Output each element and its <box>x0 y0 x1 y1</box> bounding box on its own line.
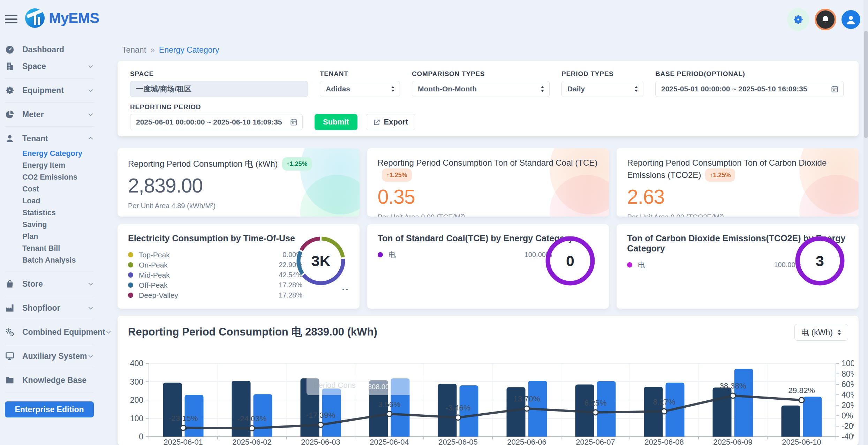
sidebar-item-dashboard[interactable]: Dashboard <box>5 41 94 58</box>
space-input-value[interactable] <box>136 85 302 93</box>
sidebar-item-plan[interactable]: Plan <box>22 231 94 242</box>
hamburger-menu-icon[interactable] <box>5 15 18 24</box>
sidebar-item-store[interactable]: Store <box>5 276 94 292</box>
kpi-cards-row: Reporting Period Consumption 电 (kWh)↑1.2… <box>118 148 859 217</box>
legend-item[interactable]: Off-Peak17.28% <box>128 280 302 290</box>
sidebar-item-label: Auxiliary System <box>22 352 88 361</box>
comparison-select[interactable]: Month-On-Month <box>412 81 550 97</box>
breadcrumb-parent[interactable]: Tenant <box>122 45 146 55</box>
svg-text:2025-06-09: 2025-06-09 <box>713 438 753 445</box>
settings-gear-icon[interactable] <box>787 8 809 31</box>
sidebar-item-cost[interactable]: Cost <box>22 183 94 195</box>
sort-arrows-icon <box>391 85 395 92</box>
reporting-period-label: REPORTING PERIOD <box>130 103 303 111</box>
export-button[interactable]: Export <box>366 114 416 130</box>
kpi-value: 0.35 <box>378 185 599 208</box>
donut-legend: 电100.00% <box>627 260 801 270</box>
kpi-subtitle: Per Unit Area 0.00 (TCE/M²) <box>378 213 599 217</box>
legend-item[interactable]: Deep-Valley17.28% <box>128 290 302 300</box>
legend-value: 17.28% <box>279 291 302 299</box>
base-period-field-group: BASE PERIOD(OPTIONAL) <box>655 70 844 97</box>
sidebar-item-label: Meter <box>22 110 88 119</box>
period-type-field-group: PERIOD TYPES Daily <box>561 70 643 97</box>
svg-text:38.38%: 38.38% <box>719 382 746 390</box>
legend-label: Top-Peak <box>139 251 282 259</box>
comparison-label: COMPARISON TYPES <box>412 70 550 78</box>
breadcrumb-current[interactable]: Energy Category <box>159 45 219 55</box>
donut-legend: 电100.00% <box>378 250 552 260</box>
bar-line-chart[interactable]: 4003002001000100%80%60%40%20%0%-20%-40%2… <box>122 348 854 445</box>
svg-text:-23.15%: -23.15% <box>169 414 198 423</box>
svg-text:-24.03%: -24.03% <box>237 414 267 423</box>
sidebar-item-load[interactable]: Load <box>22 195 94 207</box>
legend-item[interactable]: 电100.00% <box>378 250 552 260</box>
sidebar-item-auxiliary-system[interactable]: Auxiliary System <box>5 348 94 364</box>
chevron-up-icon <box>88 135 94 142</box>
sidebar-item-shopfloor[interactable]: Shopfloor <box>5 300 94 316</box>
sidebar-item-energy-category[interactable]: Energy Category <box>22 148 94 159</box>
legend-dot-icon <box>128 272 133 278</box>
base-period-label: BASE PERIOD(OPTIONAL) <box>655 70 844 78</box>
sidebar-item-statistics[interactable]: Statistics <box>22 207 94 219</box>
export-icon <box>373 119 380 126</box>
space-label: SPACE <box>130 70 308 78</box>
svg-text:8.27%: 8.27% <box>653 398 675 406</box>
svg-text:2025-06-10: 2025-06-10 <box>782 438 821 445</box>
donut-card-tce-category: Ton of Standard Coal(TCE) by Energy Cate… <box>367 224 609 309</box>
brand-name: MyEMS <box>49 10 99 27</box>
sidebar-item-saving[interactable]: Saving <box>22 219 94 231</box>
sidebar-item-knowledge-base[interactable]: Knowledge Base <box>5 372 94 389</box>
scrollbar-thumb[interactable] <box>864 31 868 138</box>
space-input[interactable] <box>130 81 308 97</box>
legend-item[interactable]: Mid-Peak42.54% <box>128 270 302 280</box>
sidebar-item-tenant[interactable]: Tenant <box>5 130 94 147</box>
sidebar-item-space[interactable]: Space <box>5 58 94 75</box>
svg-text:300: 300 <box>130 377 143 386</box>
sidebar-item-label: Space <box>22 62 88 71</box>
enterprise-edition-button[interactable]: Enterprise Edition <box>5 401 94 417</box>
trend-badge: ↑1.25% <box>705 168 735 182</box>
sidebar-item-energy-item[interactable]: Energy Item <box>22 159 94 171</box>
calendar-icon[interactable] <box>831 85 839 93</box>
submit-button[interactable]: Submit <box>315 114 357 130</box>
chevron-down-icon <box>88 87 94 93</box>
notification-bell-icon[interactable] <box>815 9 836 30</box>
svg-text:0: 0 <box>566 252 574 269</box>
donut-card-tco2e-category: Ton of Carbon Dioxide Emissions(TCO2E) b… <box>617 224 859 309</box>
sidebar-item-batch-analysis[interactable]: Batch Analysis <box>22 254 94 266</box>
sidebar-divider <box>5 344 94 344</box>
gear-icon <box>5 85 15 95</box>
sidebar-item-co2-emissions[interactable]: CO2 Emissions <box>22 171 94 183</box>
legend-item[interactable]: On-Peak22.90% <box>128 260 302 270</box>
period-type-select[interactable]: Daily <box>561 81 643 97</box>
reporting-period-input[interactable] <box>130 114 303 130</box>
unit-selector-dropdown[interactable]: 电 (kWh) <box>794 324 848 341</box>
sort-arrows-icon <box>837 329 841 336</box>
base-period-input[interactable] <box>655 81 844 97</box>
sidebar-submenu-tenant: Energy CategoryEnergy ItemCO2 EmissionsC… <box>5 147 94 268</box>
tenant-select-value: Adidas <box>326 85 350 93</box>
legend-item[interactable]: Top-Peak0.00% <box>128 250 302 260</box>
svg-text:2025-06-08: 2025-06-08 <box>644 438 684 445</box>
svg-text:3K: 3K <box>311 252 330 269</box>
legend-dot-icon <box>627 262 632 267</box>
sort-arrows-icon <box>634 85 639 92</box>
svg-text:13.70%: 13.70% <box>513 394 540 403</box>
calendar-icon[interactable] <box>290 118 298 126</box>
reporting-period-input-value[interactable] <box>136 118 297 126</box>
tenant-select[interactable]: Adidas <box>320 81 400 97</box>
page-scrollbar[interactable] <box>863 0 868 445</box>
sidebar-item-equipment[interactable]: Equipment <box>5 82 94 99</box>
svg-text:2025-06-02: 2025-06-02 <box>232 438 272 445</box>
sidebar-item-combined-equipment[interactable]: Combined Equipment <box>5 324 94 340</box>
chevron-down-icon <box>88 305 94 311</box>
brand-logo[interactable]: MyEMS <box>25 8 99 28</box>
svg-text:2025-06-01: 2025-06-01 <box>164 438 203 445</box>
sidebar-item-tenant-bill[interactable]: Tenant Bill <box>22 242 94 254</box>
legend-label: Mid-Peak <box>139 271 279 279</box>
sidebar-item-meter[interactable]: Meter <box>5 106 94 123</box>
legend-item[interactable]: 电100.00% <box>627 260 801 270</box>
base-period-input-value[interactable] <box>661 85 838 93</box>
user-avatar-icon[interactable] <box>841 10 860 29</box>
donut-cards-row: Electricity Consumption by Time-Of-Use T… <box>118 224 859 309</box>
